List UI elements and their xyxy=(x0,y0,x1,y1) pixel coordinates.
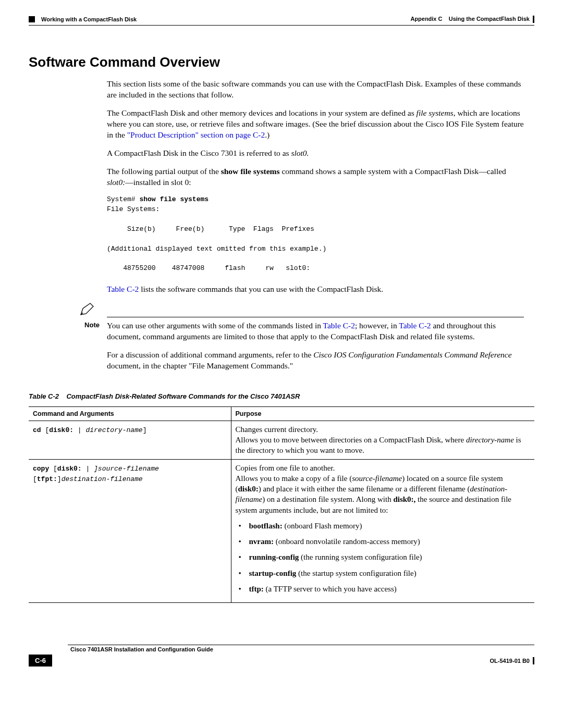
header-rule xyxy=(29,25,534,26)
xref-link[interactable]: Table C-2 xyxy=(399,321,431,330)
list-item: startup-config (the startup system confi… xyxy=(245,568,531,578)
console-output: System# show file systems File Systems: … xyxy=(107,195,524,274)
xref-link[interactable]: Table C-2 xyxy=(107,285,139,293)
paragraph: For a discussion of additional command a… xyxy=(107,350,524,372)
xref-link[interactable]: "Product Description" section on page C-… xyxy=(127,130,265,139)
header-square-marker xyxy=(29,16,35,22)
table-row: cd [disk0: | directory-name] Changes cur… xyxy=(29,421,534,459)
list-item: running-config (the running system confi… xyxy=(245,552,531,562)
header-appendix: Appendix C Using the CompactFlash Disk xyxy=(410,16,534,23)
section-heading: Software Command Overview xyxy=(29,54,534,70)
paragraph: The CompactFlash Disk and other memory d… xyxy=(107,108,524,141)
footer-bar-icon xyxy=(533,657,534,664)
running-header: Working with a CompactFlash Disk Appendi… xyxy=(29,16,534,23)
note-label: Note xyxy=(84,321,107,329)
pencil-icon xyxy=(80,302,95,316)
paragraph: A CompactFlash Disk in the Cisco 7301 is… xyxy=(107,148,524,159)
header-bar-icon xyxy=(533,16,534,23)
command-cell: cd [disk0: | directory-name] xyxy=(29,421,231,459)
paragraph: This section lists some of the basic sof… xyxy=(107,79,524,101)
list-item: tftp: (a TFTP server to which you have a… xyxy=(245,584,531,594)
commands-table: Command and Arguments Purpose cd [disk0:… xyxy=(29,406,534,603)
command-cell: copy [disk0: | ]source-filename [tfpt:]d… xyxy=(29,459,231,603)
footer-doc-id: OL-5419-01 B0 xyxy=(490,658,530,664)
header-section-path: Working with a CompactFlash Disk xyxy=(41,16,137,22)
page-number: C-6 xyxy=(29,655,52,667)
page-footer: Cisco 7401ASR Installation and Configura… xyxy=(29,645,534,667)
table-header: Purpose xyxy=(231,406,534,421)
footer-guide-title: Cisco 7401ASR Installation and Configura… xyxy=(70,646,534,652)
purpose-cell: Copies from one file to another. Allows … xyxy=(231,459,534,603)
list-item: bootflash: (onboard Flash memory) xyxy=(245,521,531,531)
note-text: You can use other arguments with some of… xyxy=(107,320,524,350)
table-header-row: Command and Arguments Purpose xyxy=(29,406,534,421)
purpose-cell: Changes current directory. Allows you to… xyxy=(231,421,534,459)
xref-link[interactable]: Table C-2 xyxy=(323,321,355,330)
table-caption: Table C-2 CompactFlash Disk-Related Soft… xyxy=(29,392,534,400)
note-block: Note You can use other arguments with so… xyxy=(29,302,534,350)
paragraph: The following partial output of the show… xyxy=(107,166,524,188)
list-item: nvram: (onboard nonvolatile random-acces… xyxy=(245,536,531,547)
destination-list: bootflash: (onboard Flash memory) nvram:… xyxy=(236,521,531,594)
table-header: Command and Arguments xyxy=(29,406,231,421)
paragraph: Table C-2 lists the software commands th… xyxy=(107,284,524,295)
table-row: copy [disk0: | ]source-filename [tfpt:]d… xyxy=(29,459,534,603)
